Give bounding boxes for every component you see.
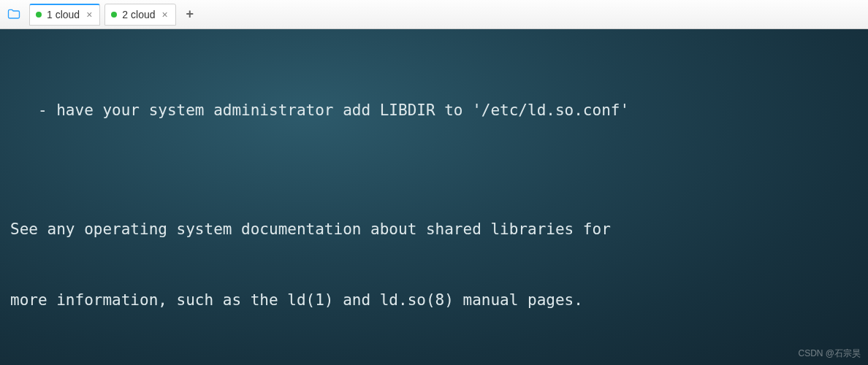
modified-dot-icon <box>111 12 117 18</box>
close-icon[interactable]: × <box>85 9 94 20</box>
terminal-pane[interactable]: - have your system administrator add LIB… <box>0 29 868 365</box>
tab-label: 2 cloud <box>122 9 155 20</box>
tab-1-cloud[interactable]: 1 cloud × <box>29 4 100 26</box>
modified-dot-icon <box>36 12 42 18</box>
terminal-line: - have your system administrator add LIB… <box>10 99 858 123</box>
tab-2-cloud[interactable]: 2 cloud × <box>104 4 175 26</box>
terminal-line: See any operating system documentation a… <box>10 218 858 242</box>
new-tab-button[interactable]: + <box>180 5 199 24</box>
tab-label: 1 cloud <box>47 9 80 20</box>
close-icon[interactable]: × <box>161 9 170 20</box>
terminal-line: more information, such as the ld(1) and … <box>10 288 858 312</box>
terminal-line: ----------------------------------------… <box>10 360 858 365</box>
folder-icon[interactable] <box>6 7 22 23</box>
tab-bar: 1 cloud × 2 cloud × + <box>0 0 868 29</box>
watermark-label: CSDN @石宗昊 <box>798 347 861 361</box>
